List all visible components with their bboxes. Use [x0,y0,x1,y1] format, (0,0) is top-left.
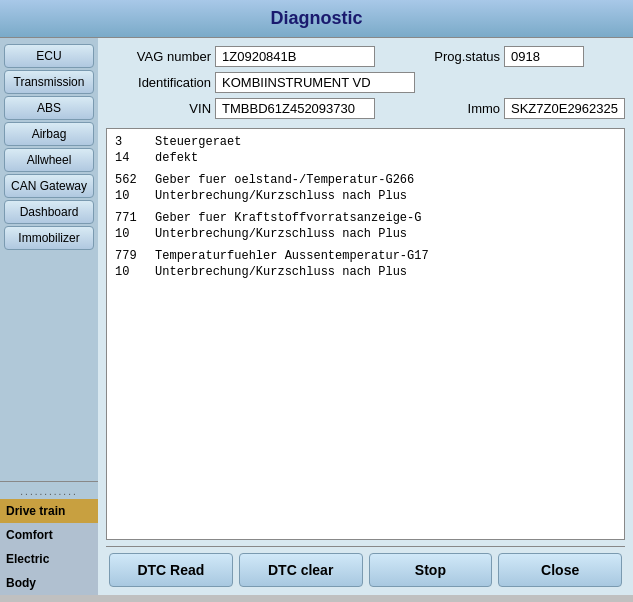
id-value: KOMBIINSTRUMENT VD [215,72,415,93]
dtc-line: 14defekt [115,151,616,165]
sidebar-section-comfort[interactable]: Comfort [0,523,98,547]
dtc-line: 10Unterbrechung/Kurzschluss nach Plus [115,265,616,279]
vag-row: VAG number 1Z0920841B Prog.status 0918 [106,46,625,67]
sidebar-separator: ............ [0,482,98,499]
dtc-line: 562Geber fuer oelstand-/Temperatur-G266 [115,173,616,187]
dtc-clear-button[interactable]: DTC clear [239,553,363,587]
sidebar-btn-dashboard[interactable]: Dashboard [4,200,94,224]
sidebar-btn-can-gateway[interactable]: CAN Gateway [4,174,94,198]
dtc-line: 771Geber fuer Kraftstoffvorratsanzeige-G [115,211,616,225]
dtc-line: 10Unterbrechung/Kurzschluss nach Plus [115,189,616,203]
action-buttons: DTC ReadDTC clearStopClose [106,546,625,587]
stop-button[interactable]: Stop [369,553,493,587]
main-content: VAG number 1Z0920841B Prog.status 0918 I… [98,38,633,595]
sidebar-sections: ............ Drive trainComfortElectricB… [0,481,98,595]
sidebar-btn-airbag[interactable]: Airbag [4,122,94,146]
id-row: Identification KOMBIINSTRUMENT VD [106,72,625,93]
vin-label: VIN [106,101,211,116]
dtc-line: 3Steuergeraet [115,135,616,149]
vin-row: VIN TMBBD61Z452093730 Immo SKZ7Z0E296232… [106,98,625,119]
sidebar-btn-allwheel[interactable]: Allwheel [4,148,94,172]
sidebar-btn-immobilizer[interactable]: Immobilizer [4,226,94,250]
vag-value: 1Z0920841B [215,46,375,67]
prog-label: Prog.status [395,49,500,64]
page-title: Diagnostic [0,0,633,38]
close-button[interactable]: Close [498,553,622,587]
sidebar-btn-ecu[interactable]: ECU [4,44,94,68]
immo-value: SKZ7Z0E2962325 [504,98,625,119]
dtc-line: 779Temperaturfuehler Aussentemperatur-G1… [115,249,616,263]
immo-label: Immo [395,101,500,116]
sidebar-btn-transmission[interactable]: Transmission [4,70,94,94]
dtc-area: 3Steuergeraet14defekt562Geber fuer oelst… [106,128,625,540]
id-label: Identification [106,75,211,90]
dtc-read-button[interactable]: DTC Read [109,553,233,587]
sidebar-section-drive-train[interactable]: Drive train [0,499,98,523]
dtc-line: 10Unterbrechung/Kurzschluss nach Plus [115,227,616,241]
sidebar-nav-buttons: ECUTransmissionABSAirbagAllwheelCAN Gate… [0,38,98,252]
sidebar-btn-abs[interactable]: ABS [4,96,94,120]
sidebar-section-electric[interactable]: Electric [0,547,98,571]
vag-label: VAG number [106,49,211,64]
prog-value: 0918 [504,46,584,67]
sidebar-section-body[interactable]: Body [0,571,98,595]
vin-value: TMBBD61Z452093730 [215,98,375,119]
sidebar: ECUTransmissionABSAirbagAllwheelCAN Gate… [0,38,98,595]
